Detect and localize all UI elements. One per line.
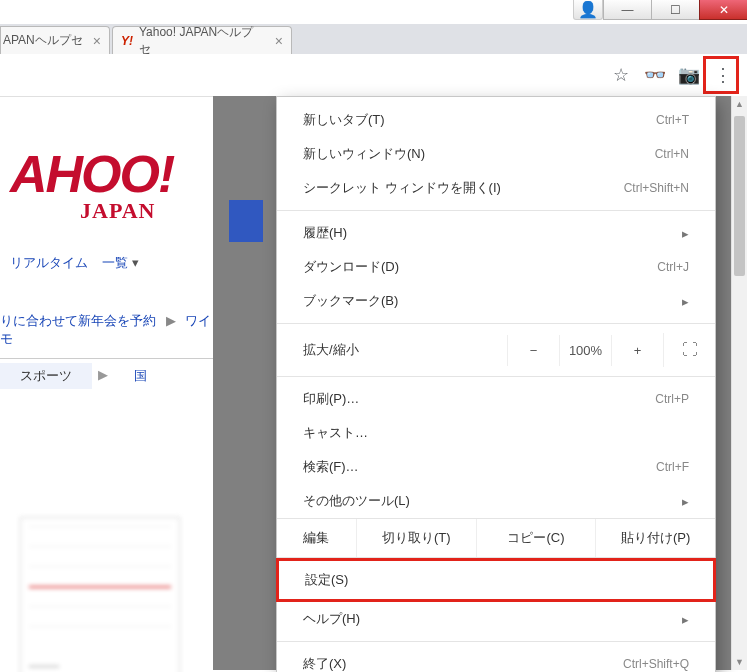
search-button[interactable] xyxy=(229,200,263,242)
user-icon: 👤 xyxy=(578,0,598,19)
menu-label: 印刷(P)… xyxy=(303,390,359,408)
close-button[interactable]: ✕ xyxy=(699,0,747,20)
submenu-arrow-icon xyxy=(682,612,689,627)
close-icon: ✕ xyxy=(719,3,729,17)
menu-cast[interactable]: キャスト… xyxy=(277,416,715,450)
favicon-icon: Y! xyxy=(121,34,133,48)
submenu-arrow-icon xyxy=(682,494,689,509)
page-content: AHOO! JAPAN リアルタイム 一覧 りに合わせて新年会を予約 ▶ ワイモ… xyxy=(0,96,213,672)
menu-print[interactable]: 印刷(P)… Ctrl+P xyxy=(277,382,715,416)
subtab-other[interactable]: 国 xyxy=(114,363,167,389)
menu-edit-row: 編集 切り取り(T) コピー(C) 貼り付け(P) xyxy=(277,518,715,558)
menu-downloads[interactable]: ダウンロード(D) Ctrl+J xyxy=(277,250,715,284)
menu-label: 設定(S) xyxy=(305,571,348,589)
menu-shortcut: Ctrl+P xyxy=(655,392,689,406)
edit-copy[interactable]: コピー(C) xyxy=(477,519,597,557)
user-button[interactable]: 👤 xyxy=(573,0,603,20)
menu-label: 履歴(H) xyxy=(303,224,347,242)
maximize-button[interactable]: ☐ xyxy=(651,0,699,20)
logo-subtext: JAPAN xyxy=(80,198,213,224)
submenu-arrow-icon xyxy=(682,294,689,309)
browser-menu: 新しいタブ(T) Ctrl+T 新しいウィンドウ(N) Ctrl+N シークレッ… xyxy=(276,96,716,672)
tab-close-icon[interactable]: × xyxy=(93,33,101,49)
menu-label: ブックマーク(B) xyxy=(303,292,398,310)
menu-shortcut: Ctrl+T xyxy=(656,113,689,127)
finance-widget[interactable]: ———————————— xyxy=(20,517,180,672)
edit-label: 編集 xyxy=(277,519,357,557)
menu-incognito[interactable]: シークレット ウィンドウを開く(I) Ctrl+Shift+N xyxy=(277,171,715,205)
arrow-icon: ▶ xyxy=(166,313,176,328)
menu-label: シークレット ウィンドウを開く(I) xyxy=(303,179,501,197)
yahoo-nav: リアルタイム 一覧 xyxy=(10,254,213,272)
window-controls: 👤 — ☐ ✕ xyxy=(573,0,747,20)
tab-title: APANヘルプセ xyxy=(3,32,83,49)
scroll-thumb[interactable] xyxy=(734,116,745,276)
zoom-in-button[interactable]: + xyxy=(611,335,663,366)
minimize-button[interactable]: — xyxy=(603,0,651,20)
fullscreen-icon[interactable]: ⛶ xyxy=(663,333,715,367)
menu-shortcut: Ctrl+J xyxy=(657,260,689,274)
zoom-label: 拡大/縮小 xyxy=(303,341,507,359)
browser-tab[interactable]: Y! Yahoo! JAPANヘルプセ × xyxy=(112,26,292,54)
subtab-sports[interactable]: スポーツ xyxy=(0,363,92,389)
camera-icon[interactable]: 📷 xyxy=(679,65,699,85)
minimize-icon: — xyxy=(622,3,634,17)
maximize-icon: ☐ xyxy=(670,3,681,17)
menu-label: 新しいタブ(T) xyxy=(303,111,385,129)
scroll-down-icon[interactable]: ▼ xyxy=(732,654,747,670)
menu-label: 終了(X) xyxy=(303,655,346,672)
menu-label: その他のツール(L) xyxy=(303,492,410,510)
logo-text: AHOO! xyxy=(10,145,173,203)
star-icon[interactable]: ☆ xyxy=(611,65,631,85)
menu-button-highlight xyxy=(703,56,739,94)
zoom-value: 100% xyxy=(559,335,611,366)
menu-find[interactable]: 検索(F)… Ctrl+F xyxy=(277,450,715,484)
menu-bookmarks[interactable]: ブックマーク(B) xyxy=(277,284,715,318)
tab-strip: APANヘルプセ × Y! Yahoo! JAPANヘルプセ × xyxy=(0,24,747,54)
menu-new-window[interactable]: 新しいウィンドウ(N) Ctrl+N xyxy=(277,137,715,171)
chevron-right-icon[interactable]: ▶ xyxy=(92,363,114,389)
ad-text-left[interactable]: りに合わせて新年会を予約 xyxy=(0,313,156,328)
submenu-arrow-icon xyxy=(682,226,689,241)
edit-cut[interactable]: 切り取り(T) xyxy=(357,519,477,557)
menu-label: ヘルプ(H) xyxy=(303,610,360,628)
sub-tabs: スポーツ ▶ 国 xyxy=(0,358,213,389)
menu-more-tools[interactable]: その他のツール(L) xyxy=(277,484,715,518)
yahoo-logo[interactable]: AHOO! JAPAN xyxy=(10,137,213,224)
scroll-up-icon[interactable]: ▲ xyxy=(732,96,747,112)
chart-area xyxy=(29,526,171,646)
menu-shortcut: Ctrl+N xyxy=(655,147,689,161)
widget-numbers: ———————————— xyxy=(21,654,179,672)
menu-label: キャスト… xyxy=(303,424,368,442)
zoom-out-button[interactable]: − xyxy=(507,335,559,366)
tab-title: Yahoo! JAPANヘルプセ xyxy=(139,24,265,58)
menu-exit[interactable]: 終了(X) Ctrl+Shift+Q xyxy=(277,647,715,672)
browser-tab[interactable]: APANヘルプセ × xyxy=(0,26,110,54)
menu-label: 新しいウィンドウ(N) xyxy=(303,145,425,163)
menu-shortcut: Ctrl+Shift+Q xyxy=(623,657,689,671)
menu-label: 検索(F)… xyxy=(303,458,359,476)
menu-label: ダウンロード(D) xyxy=(303,258,399,276)
menu-history[interactable]: 履歴(H) xyxy=(277,216,715,250)
vertical-scrollbar[interactable]: ▲ ▼ xyxy=(731,96,747,670)
menu-help[interactable]: ヘルプ(H) xyxy=(277,602,715,636)
ad-line: りに合わせて新年会を予約 ▶ ワイモ xyxy=(0,312,213,348)
incognito-icon[interactable]: 👓 xyxy=(645,65,665,85)
nav-realtime[interactable]: リアルタイム xyxy=(10,254,88,272)
tab-close-icon[interactable]: × xyxy=(275,33,283,49)
menu-shortcut: Ctrl+Shift+N xyxy=(624,181,689,195)
menu-shortcut: Ctrl+F xyxy=(656,460,689,474)
menu-settings[interactable]: 設定(S) xyxy=(279,561,713,599)
menu-zoom: 拡大/縮小 − 100% + ⛶ xyxy=(277,329,715,371)
settings-highlight: 設定(S) xyxy=(276,558,716,602)
menu-new-tab[interactable]: 新しいタブ(T) Ctrl+T xyxy=(277,103,715,137)
edit-paste[interactable]: 貼り付け(P) xyxy=(596,519,715,557)
nav-list-dropdown[interactable]: 一覧 xyxy=(102,254,139,272)
